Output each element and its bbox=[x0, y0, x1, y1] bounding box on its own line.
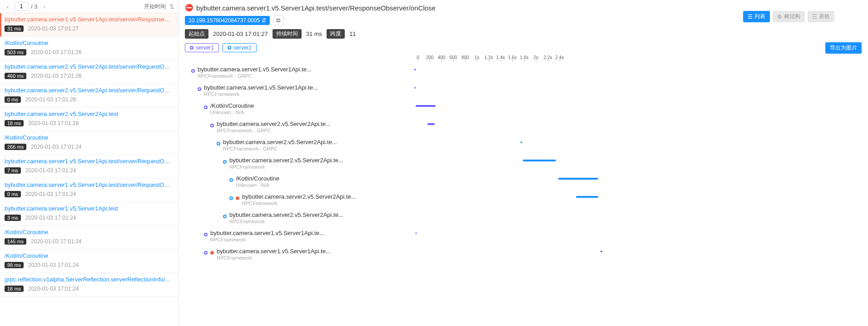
copy-button[interactable]: ⧉ bbox=[273, 15, 283, 25]
span-dot bbox=[229, 178, 233, 182]
trace-item[interactable]: grpc.reflection.v1alpha.ServerReflection… bbox=[0, 273, 178, 297]
span-bar bbox=[416, 105, 436, 107]
start-label: 起始点 bbox=[185, 29, 208, 39]
time-tick: 600 bbox=[447, 55, 459, 60]
span-name: /Kotlin/Coroutine bbox=[210, 102, 254, 109]
span-subtitle: RPCFramework bbox=[204, 91, 318, 97]
span-row[interactable]: /Kotlin/Coroutine Unknown - N/A bbox=[185, 175, 862, 193]
time-tick: 2s bbox=[530, 55, 542, 60]
time-tick: 1.4s bbox=[495, 55, 506, 60]
span-row[interactable]: bybutter.camera.server2.v5.Server2Api.te… bbox=[185, 193, 862, 211]
span-row[interactable]: bybutter.camera.server1.v5.Server1Api.te… bbox=[185, 248, 862, 266]
next-page-button[interactable]: › bbox=[40, 2, 48, 10]
trace-item-name: /Kotlin/Coroutine bbox=[5, 252, 174, 259]
trace-item[interactable]: bybutter.camera.server1.v5.Server1Api.te… bbox=[0, 179, 178, 202]
time-tick: 1.6s bbox=[506, 55, 518, 60]
view-tree-button[interactable]: ⚙ 树结构 bbox=[773, 11, 805, 22]
trace-item-timestamp: 2020-01-03 17:01:26 bbox=[28, 120, 79, 126]
span-row[interactable]: bybutter.camera.server1.v5.Server1Api.te… bbox=[185, 66, 862, 84]
trace-item-name: grpc.reflection.v1alpha.ServerReflection… bbox=[5, 276, 174, 283]
trace-item-name: bybutter.camera.server1.v5.Server1Api.te… bbox=[5, 205, 174, 212]
page-input[interactable] bbox=[15, 2, 28, 11]
span-subtitle: RPCFramework - GRPC bbox=[217, 128, 331, 133]
trace-item-timestamp: 2020-01-03 17:01:24 bbox=[25, 167, 76, 174]
span-dot bbox=[191, 69, 195, 73]
span-row[interactable]: /Kotlin/Coroutine Unknown - N/A bbox=[185, 102, 862, 120]
span-bar bbox=[576, 196, 598, 198]
span-name: bybutter.camera.server1.v5.Server1Api.te… bbox=[210, 230, 324, 236]
trace-item[interactable]: /Kotlin/Coroutine 503 ms 2020-01-03 17:0… bbox=[0, 37, 178, 60]
span-name: bybutter.camera.server1.v5.Server1Api.te… bbox=[204, 84, 318, 91]
time-axis: 02004006008001s1.2s1.4s1.6s1.8s2s2.2s2.4… bbox=[412, 55, 855, 60]
trace-item-name: bybutter.camera.server1.v5.Server1Api.te… bbox=[5, 158, 174, 165]
span-dot bbox=[204, 251, 208, 255]
trace-item-duration: 3 ms bbox=[5, 215, 21, 221]
trace-item-name: bybutter.camera.server1.v5.Server1Api.te… bbox=[5, 16, 174, 23]
trace-item-timestamp: 2020-01-03 17:01:24 bbox=[28, 262, 79, 268]
span-count-value: 11 bbox=[349, 30, 356, 37]
span-name: bybutter.camera.server2.v5.Server2Api.te… bbox=[217, 120, 331, 127]
chevron-updown-icon: ⇵ bbox=[262, 17, 266, 24]
legend-server1[interactable]: server1 bbox=[185, 43, 219, 52]
span-subtitle: RPCFramework bbox=[242, 201, 356, 206]
span-subtitle: RPCFramework bbox=[210, 237, 324, 242]
view-list-button[interactable]: ☰ 列表 bbox=[743, 11, 770, 22]
trace-item-timestamp: 2020-01-03 17:01:24 bbox=[31, 238, 81, 245]
time-tick: 0 bbox=[412, 55, 424, 60]
span-row[interactable]: bybutter.camera.server1.v5.Server1Api.te… bbox=[185, 230, 862, 248]
trace-item[interactable]: /Kotlin/Coroutine 99 ms 2020-01-03 17:01… bbox=[0, 250, 178, 273]
span-error-dot bbox=[210, 251, 214, 255]
span-error-dot bbox=[236, 196, 239, 200]
export-image-button[interactable]: 导出为图片 bbox=[825, 42, 862, 54]
left-panel: ‹ / 3 › 开始时间 ⇅ bybutter.camera.server1.v… bbox=[0, 0, 179, 326]
span-subtitle: RPCFramework - GRPC bbox=[198, 73, 312, 79]
error-icon: ⛔ bbox=[185, 4, 193, 12]
page-total: / 3 bbox=[31, 3, 37, 10]
span-subtitle: RPCFramework - GRPC bbox=[223, 146, 337, 151]
trace-item-name: /Kotlin/Coroutine bbox=[5, 40, 174, 46]
trace-item[interactable]: bybutter.camera.server1.v5.Server1Api.te… bbox=[0, 202, 178, 226]
time-tick: 200 bbox=[424, 55, 436, 60]
trace-item[interactable]: bybutter.camera.server2.v5.Server2Api.te… bbox=[0, 84, 178, 108]
trace-item-name: bybutter.camera.server2.v5.Server2Api.te… bbox=[5, 87, 174, 94]
span-name: bybutter.camera.server1.v5.Server1Api.te… bbox=[198, 66, 312, 73]
span-row[interactable]: bybutter.camera.server2.v5.Server2Api.te… bbox=[185, 211, 862, 230]
sort-label[interactable]: 开始时间 bbox=[144, 3, 166, 10]
ip-select[interactable]: 10.198.1578042084737.0005 ⇵ bbox=[185, 16, 270, 25]
time-tick: 2.4s bbox=[554, 55, 565, 60]
trace-item-name: bybutter.camera.server2.v5.Server2Api.te… bbox=[5, 63, 174, 70]
span-subtitle: RPCFramework bbox=[229, 164, 343, 170]
trace-item-duration: 0 ms bbox=[5, 96, 21, 103]
span-row[interactable]: bybutter.camera.server1.v5.Server1Api.te… bbox=[185, 84, 862, 102]
trace-item-timestamp: 2020-01-03 17:01:24 bbox=[25, 191, 76, 197]
trace-item[interactable]: bybutter.camera.server2.v5.Server2Api.te… bbox=[0, 108, 178, 131]
span-bar bbox=[427, 123, 435, 125]
view-table-button[interactable]: ☷ 表格 bbox=[808, 11, 834, 22]
trace-item[interactable]: bybutter.camera.server1.v5.Server1Api.te… bbox=[0, 155, 178, 179]
span-dot bbox=[223, 160, 227, 164]
legend-server2[interactable]: server2 bbox=[223, 43, 257, 52]
trace-item-timestamp: 2020-01-03 17:01:26 bbox=[25, 96, 76, 103]
span-bar bbox=[600, 251, 602, 252]
trace-item-name: bybutter.camera.server1.v5.Server1Api.te… bbox=[5, 181, 174, 188]
span-bar bbox=[415, 87, 416, 89]
trace-list: bybutter.camera.server1.v5.Server1Api.te… bbox=[0, 13, 178, 326]
trace-item[interactable]: bybutter.camera.server2.v5.Server2Api.te… bbox=[0, 60, 178, 84]
trace-item-duration: 145 ms bbox=[5, 238, 26, 245]
span-row[interactable]: bybutter.camera.server2.v5.Server2Api.te… bbox=[185, 139, 862, 157]
trace-item[interactable]: /Kotlin/Coroutine 145 ms 2020-01-03 17:0… bbox=[0, 226, 178, 250]
time-tick: 800 bbox=[459, 55, 471, 60]
span-row[interactable]: bybutter.camera.server2.v5.Server2Api.te… bbox=[185, 157, 862, 175]
trace-item-duration: 18 ms bbox=[5, 120, 24, 126]
sort-icon[interactable]: ⇅ bbox=[169, 3, 174, 10]
trace-item-timestamp: 2020-01-03 17:01:24 bbox=[28, 286, 79, 292]
view-mode-buttons: ☰ 列表 ⚙ 树结构 ☷ 表格 bbox=[743, 11, 834, 22]
span-name: bybutter.camera.server2.v5.Server2Api.te… bbox=[229, 211, 343, 218]
trace-item-duration: 99 ms bbox=[5, 262, 24, 268]
span-rows: bybutter.camera.server1.v5.Server1Api.te… bbox=[185, 66, 862, 266]
trace-item[interactable]: bybutter.camera.server1.v5.Server1Api.te… bbox=[0, 13, 178, 37]
trace-item[interactable]: /Kotlin/Coroutine 266 ms 2020-01-03 17:0… bbox=[0, 131, 178, 155]
prev-page-button[interactable]: ‹ bbox=[4, 2, 12, 10]
span-bar bbox=[521, 141, 522, 143]
span-row[interactable]: bybutter.camera.server2.v5.Server2Api.te… bbox=[185, 120, 862, 139]
